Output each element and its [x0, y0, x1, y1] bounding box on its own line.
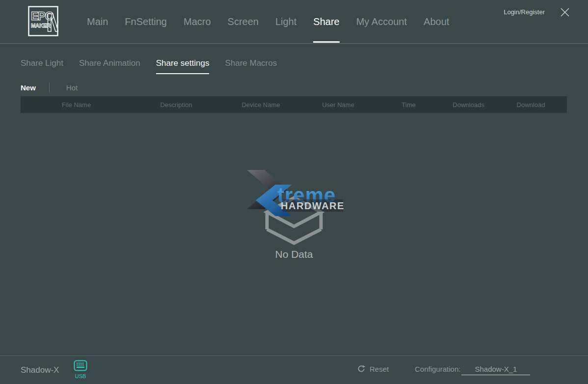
- configuration-value[interactable]: Shadow-X_1: [461, 365, 530, 375]
- nav-tab-share[interactable]: Share: [313, 0, 339, 43]
- nav-tab-fnsetting[interactable]: FnSetting: [125, 0, 167, 43]
- share-table-header: File Name Description Device Name User N…: [21, 96, 567, 113]
- filter-divider: [49, 82, 50, 92]
- epomaker-logo-icon: EPO MAKER M: [28, 6, 58, 36]
- sort-filters: New Hot: [21, 81, 78, 94]
- usb-label: USB: [72, 373, 89, 379]
- empty-box-icon: [263, 194, 326, 250]
- subtab-share-light[interactable]: Share Light: [21, 52, 63, 75]
- main-nav: Main FnSetting Macro Screen Light Share …: [87, 0, 449, 43]
- subtab-share-settings[interactable]: Share settings: [156, 52, 210, 75]
- status-bar: Shadow-X USB Reset Configu: [0, 356, 588, 384]
- login-register-link[interactable]: Login/Register: [504, 8, 545, 16]
- column-header-download: Download: [495, 101, 567, 109]
- top-bar: EPO MAKER M Main FnSetting Macro Screen …: [0, 0, 588, 44]
- configuration-label: Configuration:: [415, 365, 460, 373]
- subtab-share-macros[interactable]: Share Macros: [225, 52, 277, 75]
- logo-text-m: M: [46, 8, 58, 36]
- nav-tab-light[interactable]: Light: [275, 0, 296, 43]
- nav-tab-macro[interactable]: Macro: [184, 0, 211, 43]
- configuration-field: Configuration: Shadow-X_1: [415, 365, 530, 375]
- column-header-file-name: File Name: [21, 101, 132, 109]
- close-icon[interactable]: [560, 7, 570, 18]
- column-header-user-name: User Name: [301, 101, 375, 109]
- reset-icon: [357, 365, 366, 373]
- filter-new[interactable]: New: [21, 83, 36, 92]
- filter-hot[interactable]: Hot: [66, 83, 78, 92]
- subtab-share-animation[interactable]: Share Animation: [79, 52, 140, 75]
- column-header-time: Time: [375, 101, 442, 109]
- usb-connection-indicator[interactable]: USB: [72, 360, 89, 379]
- device-name: Shadow-X: [21, 365, 59, 375]
- nav-tab-about[interactable]: About: [424, 0, 449, 43]
- reset-button[interactable]: Reset: [357, 365, 389, 373]
- nav-tab-screen[interactable]: Screen: [228, 0, 259, 43]
- no-data-message: No Data: [0, 248, 588, 260]
- epomaker-driver-window: EPO MAKER M Main FnSetting Macro Screen …: [0, 0, 588, 384]
- share-subnav: Share Light Share Animation Share settin…: [21, 52, 277, 75]
- epomaker-logo: EPO MAKER M: [28, 6, 58, 36]
- column-header-device-name: Device Name: [220, 101, 301, 109]
- nav-tab-my-account[interactable]: My Account: [356, 0, 407, 43]
- column-header-description: Description: [132, 101, 220, 109]
- reset-label: Reset: [370, 365, 389, 373]
- nav-tab-main[interactable]: Main: [87, 0, 108, 43]
- column-header-downloads: Downloads: [442, 101, 495, 109]
- keyboard-icon: [74, 360, 87, 371]
